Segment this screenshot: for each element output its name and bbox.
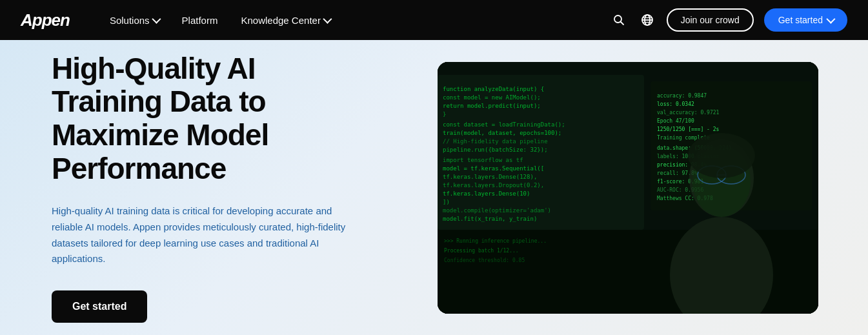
nav-item-knowledge-center[interactable]: Knowledge Center [232,10,338,31]
svg-point-49 [688,133,755,178]
chevron-down-icon [152,15,161,24]
nav-solutions-label: Solutions [110,15,150,26]
search-icon [612,14,625,26]
svg-text:model.fit(x_train, y_train): model.fit(x_train, y_train) [443,216,537,222]
nav-links: Solutions Platform Knowledge Center [101,10,610,31]
svg-text:import tensorflow as tf: import tensorflow as tf [443,157,523,163]
svg-text:// High-fidelity data pipeline: // High-fidelity data pipeline [443,138,548,145]
hero-section: High-Quality AI Training Data to Maximiz… [0,40,868,335]
svg-text:loss: 0.0342: loss: 0.0342 [657,101,694,107]
nav-item-solutions[interactable]: Solutions [101,10,168,31]
chevron-down-icon [323,15,332,24]
hero-image: function analyzeData(input) { const mode… [438,62,818,314]
svg-text:function analyzeData(input) {: function analyzeData(input) { [443,86,544,92]
svg-text:return model.predict(input);: return model.predict(input); [443,103,541,109]
hero-right: function analyzeData(input) { const mode… [400,40,868,335]
svg-text:Confidence threshold: 0.85: Confidence threshold: 0.85 [444,258,525,263]
svg-text:pipeline.run({batchSize: 32});: pipeline.run({batchSize: 32}); [443,147,548,153]
join-crowd-button[interactable]: Join our crowd [667,8,754,32]
svg-text:model = tf.keras.Sequential([: model = tf.keras.Sequential([ [443,165,544,172]
nav-knowledge-label: Knowledge Center [241,15,320,26]
svg-text:accuracy: 0.9847: accuracy: 0.9847 [657,93,707,99]
svg-text:]): ]) [443,199,450,205]
svg-line-1 [620,22,623,25]
svg-text:model.compile(optimizer='adam': model.compile(optimizer='adam') [443,207,551,214]
svg-text:const model = new AIModel();: const model = new AIModel(); [443,94,541,101]
svg-text:tf.keras.layers.Dense(128),: tf.keras.layers.Dense(128), [443,174,537,180]
get-started-nav-button[interactable]: Get started [764,8,847,32]
logo[interactable]: Appen [21,10,70,30]
hero-left: High-Quality AI Training Data to Maximiz… [0,40,400,335]
svg-text:}: } [443,111,446,117]
svg-text:tf.keras.layers.Dropout(0.2),: tf.keras.layers.Dropout(0.2), [443,182,544,188]
svg-text:train(model, dataset, epochs=1: train(model, dataset, epochs=100); [443,130,561,136]
svg-text:val_accuracy: 0.9721: val_accuracy: 0.9721 [657,110,720,116]
navbar: Appen Solutions Platform Knowledge Cente… [0,0,868,40]
globe-button[interactable] [638,11,656,29]
hero-title: High-Quality AI Training Data to Maximiz… [52,52,355,185]
svg-text:const dataset = loadTrainingDa: const dataset = loadTrainingData(); [443,121,565,128]
chevron-down-icon [826,15,835,24]
svg-text:>>> Running inference pipeline: >>> Running inference pipeline... [444,238,547,244]
hero-image-bg: function analyzeData(input) { const mode… [438,62,818,314]
globe-icon [641,14,654,26]
svg-text:1250/1250 [===] - 2s: 1250/1250 [===] - 2s [657,127,720,132]
nav-item-platform[interactable]: Platform [173,10,227,31]
nav-right: Join our crowd Get started [610,8,847,32]
svg-text:Processing batch 1/12...: Processing batch 1/12... [444,248,519,254]
nav-platform-label: Platform [182,15,218,26]
search-button[interactable] [610,11,628,29]
hero-description: High-quality AI training data is critica… [52,203,355,267]
hero-cta-button[interactable]: Get started [52,290,147,323]
svg-text:tf.keras.layers.Dense(10): tf.keras.layers.Dense(10) [443,190,530,197]
code-visualization: function analyzeData(input) { const mode… [438,62,818,314]
get-started-nav-label: Get started [778,15,823,25]
svg-text:Epoch 47/100: Epoch 47/100 [657,118,694,124]
